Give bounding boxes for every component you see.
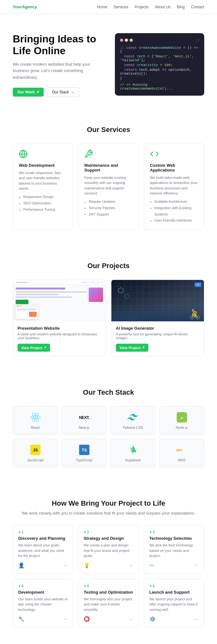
step-desc-4: Our team builds your website or app usin…: [18, 596, 68, 612]
tech-label-supabase: Supabase: [125, 458, 141, 462]
hero-content: Bringing Ideas to Life Online We create …: [13, 33, 105, 97]
project-info-presentation: Presentation Website A sleek and modern …: [13, 321, 106, 356]
maintenance-icon: [84, 150, 94, 160]
nav-link-blog[interactable]: Blog: [177, 5, 185, 9]
step-desc-2: We create a plan and design that fit you…: [84, 543, 133, 559]
hero-section: Bringing Ideas to Life Online We create …: [0, 14, 217, 110]
step-arrow-4: →: [63, 616, 68, 622]
code-running: // >> Running createAwesomeWebsite()...: [120, 83, 199, 91]
project-card-presentation: Presentation Website A sleek and modern …: [13, 280, 106, 356]
code-line-5: }: [120, 77, 199, 80]
navigation: YourAgency Home Services Projects About …: [0, 0, 217, 14]
nav-link-home[interactable]: Home: [97, 5, 107, 9]
projects-grid: Presentation Website A sleek and modern …: [13, 280, 204, 356]
step-icon-1: 👤: [18, 562, 25, 568]
step-icon-4: 🔧: [18, 616, 25, 622]
view-project-ai-button[interactable]: View Project ↗: [116, 344, 148, 352]
service-card-web: Web Development We create responsive, fa…: [13, 143, 73, 230]
svg-text:aws: aws: [176, 448, 183, 451]
how-we-work-title: How We Bring Your Project to Life: [13, 499, 204, 508]
step-num-6: ✦ 6: [149, 584, 199, 588]
code-line-1: () const createAwesomeWebsite = () => {: [120, 46, 199, 54]
nav-link-about[interactable]: About Us: [155, 5, 170, 9]
how-we-work-sub: We work closely with you to create solut…: [13, 511, 204, 516]
tech-label-javascript: JavaScript: [27, 458, 43, 462]
step-desc-5: We thoroughly test your project and make…: [84, 596, 133, 612]
view-project-presentation-button[interactable]: View Project ↗: [18, 344, 50, 352]
tailwind-icon: [127, 412, 139, 423]
step-desc-1: We learn about your goals, audience, and…: [18, 543, 68, 559]
step-desc-6: We launch your project and offer ongoing…: [149, 596, 199, 612]
nav-logo: YourAgency: [13, 4, 37, 9]
our-work-button[interactable]: Our Work ↗: [13, 88, 44, 97]
tech-card-aws: aws AWS: [159, 439, 204, 467]
step-num-1: ✦ 1: [18, 531, 68, 534]
custom-app-icon: [150, 150, 160, 160]
step-icon-3: <>: [149, 563, 154, 567]
aws-icon: aws: [176, 444, 188, 456]
tech-card-react: React: [13, 406, 58, 435]
svg-text:JS: JS: [33, 448, 38, 453]
code-line-3: const creativity = 100;: [120, 63, 199, 67]
service-desc-maintenance: Keep your website running smoothly with …: [84, 175, 132, 196]
how-we-work-section: How We Bring Your Project to Life We wor…: [0, 483, 217, 643]
ai-badge: AI: [195, 282, 201, 287]
projects-title: Our Projects: [13, 262, 204, 270]
tech-card-typescript: TS TypeScript: [62, 439, 107, 467]
service-features-maintenance: Regular Updates Security Patches 24/7 Su…: [84, 199, 132, 217]
dot-yellow: [125, 39, 128, 42]
hero-buttons: Our Work ↗ Our Stack →: [13, 87, 105, 97]
step-title-1: Discovery and Planning: [18, 536, 68, 541]
step-arrow-6: →: [194, 616, 199, 622]
code-line-2: const tech = ['React', 'Next.js', 'Tailw…: [120, 55, 199, 62]
service-title-maintenance: Maintenance and Support: [84, 163, 132, 172]
service-card-custom: Custom Web Applications We build tailor-…: [144, 143, 204, 230]
tech-label-tailwind: Tailwind CSS: [123, 426, 143, 429]
step-title-3: Technology Selection: [149, 536, 199, 541]
step-num-5: ✦ 5: [84, 584, 133, 588]
nav-link-projects[interactable]: Projects: [135, 5, 148, 9]
service-title-custom: Custom Web Applications: [150, 163, 198, 172]
step-title-2: Strategy and Design: [84, 536, 133, 541]
work-step-2: ✦ 2 Strategy and Design We create a plan…: [78, 525, 138, 574]
step-arrow-1: →: [63, 562, 68, 568]
tech-label-typescript: TypeScript: [76, 458, 93, 462]
tech-stack-section: Our Tech Stack React NEXT. Next.js: [0, 372, 217, 483]
project-desc-presentation: A sleek and modern website designed to s…: [18, 332, 101, 340]
external-link-icon-ai: ↗: [142, 346, 145, 350]
nav-link-contact[interactable]: Contact: [191, 5, 204, 9]
tech-label-react: React: [31, 426, 40, 429]
tech-card-javascript: JS JavaScript: [13, 439, 58, 467]
work-step-5: ✦ 5 Testing and Optimization We thorough…: [78, 579, 138, 628]
work-step-6: ✦ 6 Launch and Support We launch your pr…: [144, 579, 204, 628]
service-desc-custom: We build tailor-made web applications to…: [150, 175, 198, 196]
tech-label-nodejs: Node.js: [176, 426, 188, 429]
service-features-web: Responsive Design SEO Optimization Perfo…: [19, 194, 67, 213]
arrow-right-icon: →: [71, 90, 74, 94]
services-title: Our Services: [13, 126, 204, 134]
nav-links: Home Services Projects About Us Blog Con…: [97, 5, 204, 9]
svg-text:js: js: [180, 416, 183, 420]
projects-section: Our Projects: [0, 246, 217, 372]
external-link-icon: ↗: [43, 346, 46, 350]
work-step-1: ✦ 1 Discovery and Planning We learn abou…: [13, 525, 73, 574]
step-title-5: Testing and Optimization: [84, 590, 133, 595]
project-image-presentation: [13, 280, 106, 321]
arrow-icon: ↗: [36, 90, 39, 94]
step-arrow-5: →: [128, 616, 133, 622]
code-line-4: return tech.adapt => optionWith, creativ…: [120, 68, 199, 76]
step-desc-3: We pick the best technology based on you…: [149, 543, 199, 559]
step-arrow-2: →: [128, 562, 133, 568]
step-icon-5: ⭕: [84, 616, 90, 622]
tech-label-nextjs: Next.js: [79, 426, 90, 429]
nav-link-services[interactable]: Services: [114, 5, 128, 9]
hero-subtitle: We create modern websites that help your…: [13, 61, 105, 81]
tech-card-tailwind: Tailwind CSS: [110, 406, 155, 435]
step-num-3: ✦ 3: [149, 531, 199, 534]
svg-text:TS: TS: [81, 448, 86, 453]
typescript-icon: TS: [79, 444, 90, 456]
step-num-4: ✦ 4: [18, 584, 68, 588]
our-stack-button[interactable]: Our Stack →: [47, 87, 79, 97]
svg-point-2: [34, 416, 36, 418]
work-step-4: ✦ 4 Development Our team builds your web…: [13, 579, 73, 628]
